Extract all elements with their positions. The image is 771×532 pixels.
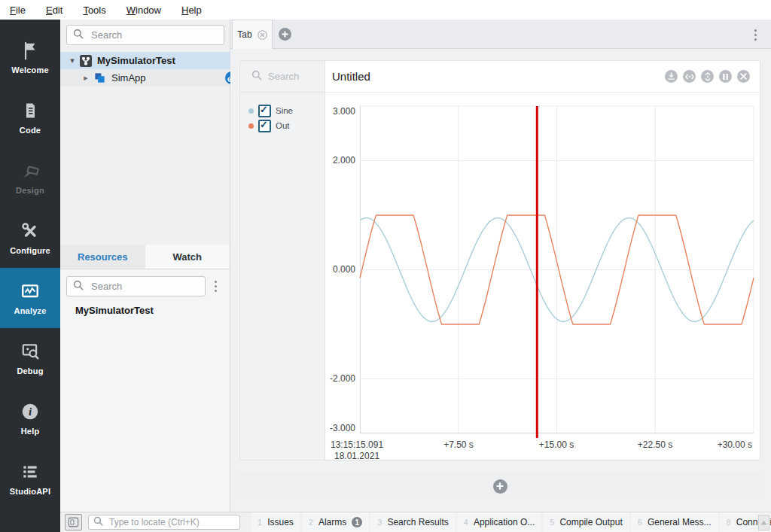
legend-search[interactable]: Search [240, 61, 325, 93]
document-tabstrip: Tab [230, 20, 771, 49]
sidebar-item-help[interactable]: i Help [0, 388, 60, 448]
tab-number: 6 [638, 518, 642, 527]
menu-window-mnemonic: W [126, 5, 136, 16]
close-icon[interactable] [737, 70, 750, 83]
search-icon [93, 515, 103, 529]
sidebar-item-welcome[interactable]: Welcome [0, 27, 60, 87]
sidebar-label: Debug [17, 366, 43, 375]
sidebar-label: Configure [10, 246, 50, 255]
locate-input[interactable] [108, 516, 235, 528]
legend-search-placeholder: Search [268, 71, 299, 82]
series-checkbox[interactable] [258, 105, 271, 117]
statusbar-tab-compile-output[interactable]: 5 Compile Output [543, 512, 629, 532]
fit-vertical-icon[interactable] [701, 70, 714, 83]
menubar: File Edit Tools Window Help [0, 0, 771, 20]
series-color-dot [248, 123, 254, 129]
tab-label: Search Results [387, 517, 448, 527]
tab-number: 4 [464, 518, 468, 527]
tab-label: General Mess... [648, 517, 712, 527]
menu-help[interactable]: Help [181, 5, 202, 16]
menu-file-mnemonic: F [10, 5, 16, 16]
tools-icon [19, 221, 41, 241]
tabstrip-kebab-icon[interactable] [750, 26, 760, 43]
resources-search[interactable] [66, 276, 206, 296]
legend-item-out: Out [240, 118, 325, 133]
sidebar-label: Analyze [14, 306, 47, 315]
tree-label: MySimulatorTest [97, 55, 175, 66]
resources-search-input[interactable] [90, 280, 199, 293]
sidebar-item-configure[interactable]: Configure [0, 208, 60, 268]
tab-watch[interactable]: Watch [145, 245, 230, 269]
tab-label: Alarms [318, 517, 346, 527]
tab-number: 1 [258, 518, 262, 527]
waveform-plot[interactable] [360, 106, 754, 438]
statusbar-tab-issues[interactable]: 1 Issues [251, 512, 300, 532]
menu-file[interactable]: File [10, 5, 26, 16]
series-checkbox[interactable] [258, 120, 271, 132]
statusbar-tab-alarms[interactable]: 2 Alarms 1 [302, 512, 369, 532]
statusbar-tab-search-results[interactable]: 3 Search Results [370, 512, 456, 532]
sidebar-item-studioapi[interactable]: StudioAPI [0, 448, 60, 509]
add-tab-icon[interactable] [279, 28, 291, 41]
menu-edit[interactable]: Edit [46, 5, 62, 16]
pause-icon[interactable] [719, 70, 732, 83]
tab-number: 8 [727, 518, 731, 527]
statusbar-tab-general-messages[interactable]: 6 General Mess... [631, 512, 718, 532]
tab-label: Tab [237, 29, 251, 40]
tree-label: SimApp [111, 72, 146, 84]
statusbar-tab-application-output[interactable]: 4 Application O... [457, 512, 542, 532]
series-label: Sine [276, 106, 293, 115]
resources-watch-tabs: Resources Watch [60, 245, 230, 269]
tab-close-icon[interactable] [258, 30, 267, 40]
tab-number: 3 [377, 518, 382, 527]
locate-search[interactable] [88, 515, 240, 530]
menu-edit-rest: dit [53, 5, 63, 16]
sidebar-item-code[interactable]: Code [0, 87, 60, 147]
y-axis-tick: -3.000 [318, 423, 355, 433]
document-icon [19, 101, 41, 120]
scroll-up-icon[interactable] [758, 515, 769, 530]
search-icon [73, 280, 84, 293]
main-area: Tab Search [230, 20, 771, 512]
panel-toggle-icon[interactable] [65, 514, 82, 530]
resources-panel-body: MySimulatorTest [60, 269, 230, 512]
export-icon[interactable] [665, 70, 678, 83]
kebab-menu-icon[interactable] [210, 278, 221, 294]
sidebar-item-debug[interactable]: Debug [0, 328, 60, 388]
legend-list: Sine Out [240, 93, 325, 133]
sidebar-item-design[interactable]: Design [0, 147, 60, 208]
tab-label: Issues [267, 517, 294, 527]
tree-row-simapp[interactable]: ▸ SimApp [60, 69, 251, 87]
x-axis-tick: +22.50 s [638, 439, 672, 450]
tab-resources[interactable]: Resources [60, 245, 145, 269]
x-axis-tick: +30.00 s [718, 439, 752, 450]
tree-row-mysimulatortest[interactable]: ▾ MySimulatorTest [60, 52, 237, 69]
sidebar-label: Welcome [11, 65, 49, 74]
x-axis-start-date: 18.01.2021 [331, 451, 383, 462]
project-search[interactable] [66, 25, 224, 45]
menu-edit-mnemonic: E [46, 5, 53, 16]
add-chart-bar[interactable] [239, 473, 760, 500]
chart-monitor-icon [19, 281, 41, 301]
project-search-input[interactable] [90, 29, 218, 41]
menu-help-mnemonic: H [181, 5, 188, 16]
list-icon [19, 462, 41, 482]
caret-right-icon[interactable]: ▸ [81, 73, 90, 83]
chart-toolbar [665, 70, 750, 83]
series-color-dot [248, 108, 254, 114]
fit-horizontal-icon[interactable] [683, 70, 696, 83]
x-axis-tick: +15.00 s [539, 439, 574, 450]
sidebar-item-analyze[interactable]: Analyze [0, 268, 60, 328]
simapp-icon [93, 71, 106, 84]
x-axis-start-time: 13:15:15.091 [331, 439, 383, 451]
tab-label: Compile Output [559, 517, 622, 527]
add-chart-icon[interactable] [493, 479, 507, 494]
menu-tools[interactable]: Tools [83, 5, 105, 16]
resources-list-item[interactable]: MySimulatorTest [75, 305, 154, 316]
statusbar-tabs: 1 Issues 2 Alarms 1 3 Search Results 4 A… [251, 512, 771, 532]
design-tools-icon [19, 161, 41, 181]
tab-active[interactable]: Tab [232, 20, 273, 49]
caret-down-icon[interactable]: ▾ [68, 56, 77, 65]
menu-window[interactable]: Window [126, 5, 161, 16]
activity-sidebar: Welcome Code Design Configure Analyze [0, 20, 60, 532]
